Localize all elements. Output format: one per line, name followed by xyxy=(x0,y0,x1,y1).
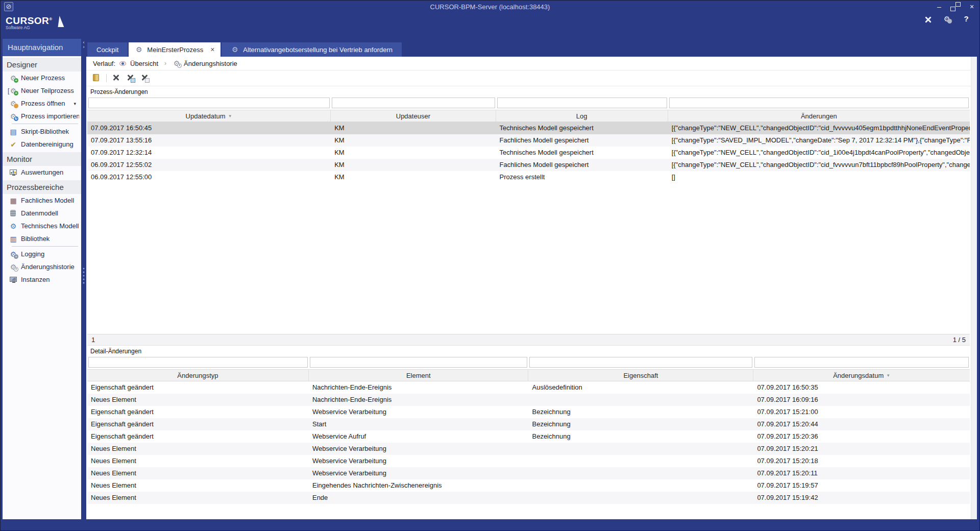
sidebar-item-technisches-modell[interactable]: ⚙Technisches Modell xyxy=(3,220,81,232)
delete-table-button[interactable] xyxy=(126,74,135,83)
table-cell: KM xyxy=(331,171,496,183)
column-header-eigenschaft[interactable]: Eigenschaft xyxy=(528,370,753,381)
process-changes-table-row[interactable]: 07.09.2017 13:55:16KMFachliches Modell g… xyxy=(87,134,970,147)
sidebar-splitter[interactable]: ‹› xyxy=(81,32,86,519)
sidebar-item-auswertungen[interactable]: Auswertungen xyxy=(3,166,81,179)
column-filter-input-log[interactable] xyxy=(497,98,667,108)
sidebar-item-prozess-importieren[interactable]: ⚙↻Prozess importieren xyxy=(3,110,81,123)
table-cell: Eigenschaft geändert xyxy=(87,381,309,394)
scrollbar-gutter[interactable] xyxy=(971,57,977,519)
sidebar-item-aenderungshistorie[interactable]: ⚙Änderungshistorie xyxy=(3,260,81,273)
column-header-log[interactable]: Log xyxy=(496,110,668,122)
column-header-element[interactable]: Element xyxy=(309,370,529,381)
folder-icon xyxy=(92,74,100,82)
section-header-monitor: Monitor xyxy=(3,152,81,166)
sidebar-item-datenmodell[interactable]: Datenmodell xyxy=(3,207,81,220)
sailboat-icon xyxy=(58,16,65,27)
tools-icon[interactable] xyxy=(923,15,934,25)
table-cell: 07.09.2017 13:55:16 xyxy=(87,134,331,147)
sidebar-item-prozess-oeffnen[interactable]: ⚙Prozess öffnen▾ xyxy=(3,97,81,110)
sidebar-item-datenbereinigung[interactable]: ✔Datenbereinigung xyxy=(3,138,81,151)
detail-changes-table-row[interactable]: Neues ElementEingehendes Nachrichten-Zwi… xyxy=(87,479,970,492)
close-button[interactable]: × xyxy=(967,2,976,11)
detail-changes-table-row[interactable]: Neues ElementWebservice Verarbeitung07.0… xyxy=(87,443,970,455)
column-header-updatedatum[interactable]: Updatedatum▼ xyxy=(87,110,331,122)
table-cell: [] xyxy=(668,171,970,183)
detail-changes-table-row[interactable]: Eigenschaft geändertWebservice Verarbeit… xyxy=(87,406,970,418)
table-cell: Technisches Modell gespeichert xyxy=(496,147,668,159)
column-header-aenderungen[interactable]: Änderungen xyxy=(668,110,970,122)
sidebar-item-bibliothek[interactable]: ▥Bibliothek xyxy=(3,232,81,245)
detail-changes-table-row[interactable]: Eigenschaft geändertNachrichten-Ende-Ere… xyxy=(87,381,970,394)
delete-x-table-icon xyxy=(126,74,134,82)
tab-close-icon[interactable]: × xyxy=(210,46,214,53)
sidebar-item-label: Fachliches Modell xyxy=(21,197,74,204)
history-icon: ⚙ xyxy=(9,263,17,271)
sidebar-item-logging[interactable]: ⚙≡Logging xyxy=(3,248,81,260)
process-changes-table-row[interactable]: 06.09.2017 12:55:00KMProzess erstellt[] xyxy=(87,171,970,183)
sidebar-item-neuer-prozess[interactable]: ⚙+Neuer Prozess xyxy=(3,71,81,84)
table-cell: Webservice Aufruf xyxy=(309,430,529,443)
panel-bottom-space xyxy=(86,504,971,519)
tab-meinersterprozess[interactable]: ⚙MeinErsterProzess× xyxy=(129,42,220,57)
process-changes-table-row[interactable]: 07.09.2017 16:50:45KMTechnisches Modell … xyxy=(87,122,970,134)
detail-changes-table-row[interactable]: Neues ElementEnde07.09.2017 15:19:42 xyxy=(87,492,970,504)
delete-button[interactable] xyxy=(112,74,121,83)
table-cell: 07.09.2017 16:50:35 xyxy=(753,381,970,394)
breadcrumb-item-aenderungshistorie[interactable]: ⚙Änderungshistorie xyxy=(173,59,237,67)
detail-changes-table-row[interactable]: Eigenschaft geändertWebservice AufrufBez… xyxy=(87,430,970,443)
column-filter-input-aenderungstyp[interactable] xyxy=(88,357,308,368)
sidebar-item-label: Instanzen xyxy=(21,276,50,283)
gear-open-icon: ⚙ xyxy=(9,100,17,108)
brand-registered-mark: ® xyxy=(49,17,52,21)
table-cell: KM xyxy=(331,122,496,134)
sidebar-item-skript-bibliothek[interactable]: ▤Skript-Bibliothek xyxy=(3,125,81,138)
column-header-updateuser[interactable]: Updateuser xyxy=(331,110,496,122)
process-changes-table-row[interactable]: 07.09.2017 12:32:14KMTechnisches Modell … xyxy=(87,147,970,159)
toolbar xyxy=(86,70,971,86)
column-header-aenderungsdatum[interactable]: Änderungsdatum▼ xyxy=(753,370,970,381)
table-cell: 07.09.2017 15:20:21 xyxy=(753,443,970,455)
breadcrumb-item-uebersicht[interactable]: Übersicht xyxy=(119,59,158,67)
detail-changes-grid: ÄnderungstypElementEigenschaftÄnderungsd… xyxy=(87,356,970,504)
sidebar-item-fachliches-modell[interactable]: ▦Fachliches Modell xyxy=(3,194,81,207)
column-filter-input-element[interactable] xyxy=(310,357,528,368)
process-stamp-icon: ⚙ xyxy=(231,45,239,54)
breadcrumb: Verlauf: Übersicht›⚙Änderungshistorie xyxy=(86,57,971,70)
table-cell: Bezeichnung xyxy=(528,430,753,443)
filter-cell xyxy=(528,356,753,369)
table-cell: Neues Element xyxy=(87,492,309,504)
process-changes-filter-row xyxy=(87,96,970,110)
tab-alternativangebotserstellung-bei-vertrieb-anfordern[interactable]: ⚙Alternativangebotserstellung bei Vertri… xyxy=(222,42,402,57)
tab-bar: Cockpit⚙MeinErsterProzess×⚙Alternativang… xyxy=(86,32,977,57)
help-icon[interactable]: ? xyxy=(962,15,972,25)
detail-changes-table-row[interactable]: Neues ElementNachrichten-Ende-Ereignis07… xyxy=(87,394,970,406)
filter-cell xyxy=(753,356,970,369)
column-filter-input-updateuser[interactable] xyxy=(332,98,495,108)
column-filter-input-aenderungsdatum[interactable] xyxy=(754,357,969,368)
sidebar-item-neuer-teilprozess[interactable]: [⚙+Neuer Teilprozess xyxy=(3,84,81,97)
detail-changes-table-row[interactable]: Neues ElementWebservice Verarbeitung07.0… xyxy=(87,455,970,467)
column-filter-input-updatedatum[interactable] xyxy=(88,98,330,108)
window-controls: – × xyxy=(935,1,976,13)
tab-cockpit[interactable]: Cockpit xyxy=(87,42,128,57)
column-filter-input-eigenschaft[interactable] xyxy=(529,357,752,368)
process-changes-table-row[interactable]: 06.09.2017 12:55:02KMFachliches Modell g… xyxy=(87,159,970,171)
dropdown-caret-icon[interactable]: ▾ xyxy=(74,101,79,106)
column-header-aenderungstyp[interactable]: Änderungstyp xyxy=(87,370,309,381)
detail-changes-table-row[interactable]: Eigenschaft geändertStartBezeichnung07.0… xyxy=(87,418,970,430)
column-filter-input-aenderungen[interactable] xyxy=(669,98,969,108)
sidebar-collapse-toggle[interactable]: ‹› xyxy=(81,40,86,50)
bracket-gear-plus-icon: [⚙+ xyxy=(9,87,17,95)
open-journal-button[interactable] xyxy=(92,74,101,83)
detail-changes-table-row[interactable]: Neues ElementWebservice Verarbeitung07.0… xyxy=(87,467,970,479)
admin-gears-icon[interactable]: ⚙ xyxy=(943,15,953,25)
table-cell: KM xyxy=(331,147,496,159)
splitter-grip-icon[interactable] xyxy=(83,268,85,284)
cleanup-icon: ✔ xyxy=(9,140,17,149)
delete-filter-button[interactable] xyxy=(140,74,150,83)
table-cell: KM xyxy=(331,159,496,171)
column-header-label: Änderungsdatum xyxy=(833,372,884,379)
sidebar-item-instanzen[interactable]: Instanzen xyxy=(3,273,81,286)
minimize-button[interactable]: – xyxy=(935,2,944,11)
